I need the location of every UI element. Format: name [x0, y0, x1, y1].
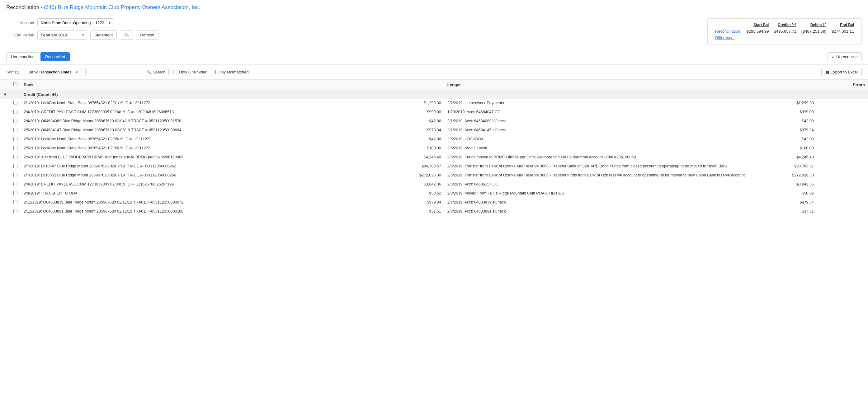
row-checkbox-cell[interactable]	[10, 126, 21, 135]
bank-amount-cell: $999.00	[376, 108, 444, 117]
unreconcile-label: Unreconcile	[836, 55, 858, 59]
row-checkbox[interactable]	[13, 182, 18, 186]
account-select[interactable]: North State Bank-Operating ...1272	[37, 18, 114, 27]
tab-unreconciled[interactable]: Unreconciled	[6, 52, 39, 61]
bank-desc-cell: 2/5/2019: O64684147 Blue Ridge Mount 205…	[21, 126, 376, 135]
ledger-desc-cell: 2/6/2019: Transfer from Bank of Ozarks-M…	[444, 162, 749, 171]
ledger-amount-cell: $42.00	[749, 135, 817, 144]
col-header-arrow	[0, 80, 10, 90]
title-org: (646) Blue Ridge Mountain Club Property …	[44, 4, 200, 10]
ledger-amount-cell: $4,245.40	[749, 153, 817, 162]
row-checkbox-cell[interactable]	[10, 99, 21, 108]
row-checkbox-cell[interactable]	[10, 144, 21, 153]
row-checkbox[interactable]	[13, 137, 18, 141]
errors-cell	[817, 117, 868, 126]
filter-row: Sort By: Bank Transaction Dates Ledger D…	[0, 65, 868, 80]
left-controls: Account North State Bank-Operating ...12…	[6, 18, 701, 39]
row-checkbox-cell[interactable]	[10, 180, 21, 189]
tab-row: Unreconciled Reconciled ✓ Unreconcile	[0, 49, 868, 65]
bank-desc-cell: 2/11/2019: O64683839 Blue Ridge Mount 20…	[21, 198, 376, 207]
tabs: Unreconciled Reconciled	[6, 52, 70, 61]
row-checkbox-cell[interactable]	[10, 135, 21, 144]
ledger-amount-cell: $3,842.36	[749, 180, 817, 189]
ledger-desc-cell: 2/8/2019: Moved From - Blue Ridge Mounta…	[444, 189, 749, 198]
only-mismatched-label[interactable]: Only Mismatched	[212, 70, 248, 74]
row-checkbox-cell[interactable]	[10, 171, 21, 180]
row-checkbox-cell[interactable]	[10, 189, 21, 198]
errors-cell	[817, 126, 868, 135]
row-arrow-cell	[0, 108, 10, 117]
ledger-desc-cell: 2/6/2019: Funds moved to BRMC Utilities …	[444, 153, 749, 162]
collapse-icon: ▼	[3, 92, 7, 97]
bank-amount-cell: $42.00	[376, 135, 444, 144]
ledger-amount-cell: $100.00	[749, 144, 817, 153]
only-one-sided-label[interactable]: Only One Sided	[173, 70, 207, 74]
export-button[interactable]: ▦ Export to Excel	[821, 68, 862, 76]
reconciliation-label[interactable]: Reconciliation:	[713, 28, 744, 35]
row-checkbox[interactable]	[13, 128, 18, 132]
summary-col-empty	[713, 22, 744, 28]
bank-desc-cell: 2/6/2019: Xfer from BLUE RIDGE MTN BRMC …	[21, 153, 376, 162]
row-arrow-cell	[0, 189, 10, 198]
row-checkbox[interactable]	[13, 146, 18, 150]
only-one-sided-checkbox[interactable]	[173, 70, 177, 74]
search-label: Search	[153, 70, 165, 74]
sort-select[interactable]: Bank Transaction Dates Ledger Date Amoun…	[25, 68, 81, 76]
search-button[interactable]: 🔍 Search	[143, 68, 168, 76]
row-checkbox-cell[interactable]	[10, 162, 21, 171]
row-checkbox-cell[interactable]	[10, 108, 21, 117]
ledger-amount-cell: $37.51	[749, 207, 817, 216]
row-checkbox[interactable]	[13, 119, 18, 123]
statement-button[interactable]: Statement	[90, 31, 117, 39]
select-all-checkbox[interactable]	[13, 82, 18, 86]
title-prefix: Reconciliation -	[6, 4, 44, 10]
row-checkbox[interactable]	[13, 155, 18, 159]
table-row: 2/5/2019: LockBox North State Bank 98765…	[0, 135, 868, 144]
summary-col-debits: Debits (-)	[799, 22, 829, 28]
unreconcile-button[interactable]: ✓ Unreconcile	[827, 52, 862, 61]
errors-cell	[817, 171, 868, 180]
bank-desc-cell: 2/4/2019: CREDIT PAYLEASE.COM 1273639005…	[21, 108, 376, 117]
table-row: 2/4/2019: O64684089 Blue Ridge Mount 205…	[0, 117, 868, 126]
bank-amount-cell: $979.34	[376, 126, 444, 135]
attachment-button[interactable]: 📎	[120, 31, 133, 39]
only-mismatched-checkbox[interactable]	[212, 70, 216, 74]
row-checkbox-cell[interactable]	[10, 207, 21, 216]
sort-label: Sort By:	[6, 70, 21, 74]
group-toggle-arrow[interactable]: ▼	[0, 90, 10, 99]
col-header-ledger: Ledger	[444, 80, 749, 90]
bank-desc-cell: 2/8/2019: CREDIT PAYLEASE.COM 1273639005…	[21, 180, 376, 189]
ledger-amount-cell: $272,026.30	[749, 171, 817, 180]
row-checkbox-cell[interactable]	[10, 153, 21, 162]
row-arrow-cell	[0, 99, 10, 108]
tab-reconciled[interactable]: Reconciled	[40, 52, 70, 61]
page-header: Reconciliation - (646) Blue Ridge Mounta…	[0, 0, 868, 14]
difference-label[interactable]: Difference:	[713, 35, 744, 41]
errors-cell	[817, 153, 868, 162]
bank-amount-cell: $42.00	[376, 117, 444, 126]
ledger-desc-cell: 2/1/2019: Homeowner Payments	[444, 99, 749, 108]
period-select[interactable]: February 2019	[37, 31, 87, 39]
row-checkbox[interactable]	[13, 200, 18, 204]
refresh-button[interactable]: Refresh	[136, 31, 158, 39]
row-checkbox[interactable]	[13, 101, 18, 105]
row-checkbox[interactable]	[13, 164, 18, 168]
bank-amount-cell: $272,026.30	[376, 171, 444, 180]
table-row: 2/4/2019: CREDIT PAYLEASE.COM 1273639005…	[0, 108, 868, 117]
row-arrow-cell	[0, 198, 10, 207]
export-icon: ▦	[825, 70, 829, 74]
ledger-desc-cell: 2/5/2019: Misc Deposit	[444, 144, 749, 153]
summary-table: Start Bal Credits (+) Debits (-) End Bal…	[713, 22, 857, 41]
row-checkbox[interactable]	[13, 191, 18, 195]
row-checkbox-cell[interactable]	[10, 198, 21, 207]
ledger-desc-cell: 2/5/2019: LOCKBOX	[444, 135, 749, 144]
row-checkbox[interactable]	[13, 173, 18, 177]
row-checkbox-cell[interactable]	[10, 117, 21, 126]
errors-cell	[817, 207, 868, 216]
search-input[interactable]	[86, 68, 143, 76]
row-checkbox[interactable]	[13, 110, 18, 114]
row-arrow-cell	[0, 126, 10, 135]
row-checkbox[interactable]	[13, 209, 18, 213]
period-select-wrapper: February 2019 ▼	[37, 31, 87, 39]
summary-col-end: End Bal	[829, 22, 857, 28]
